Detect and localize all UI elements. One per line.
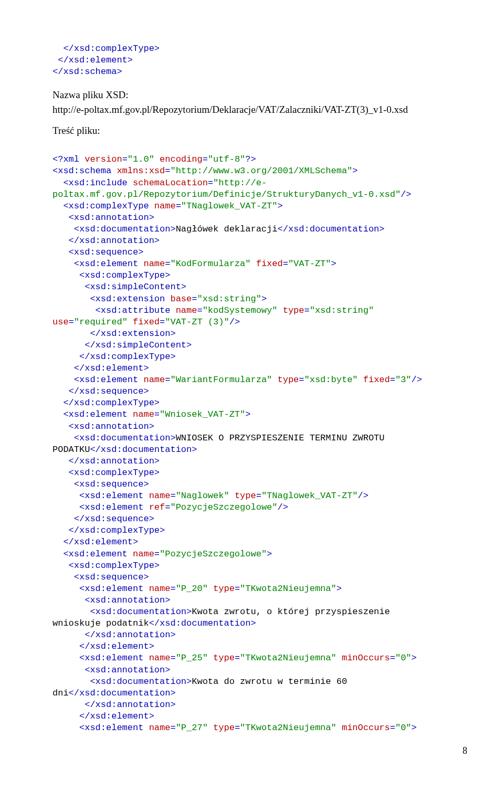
- code-frag: name: [133, 549, 154, 559]
- code-frag: "0": [395, 723, 412, 733]
- code-frag: <xsd:element: [52, 502, 149, 512]
- code-frag: schemaLocation: [133, 178, 208, 188]
- code-frag: name: [149, 491, 171, 501]
- code-frag: >: [261, 294, 267, 304]
- code-line: </xsd:element>: [52, 55, 133, 65]
- code-frag: <xsd:annotation>: [52, 665, 170, 675]
- code-frag: >: [278, 201, 283, 211]
- code-frag: =: [203, 154, 208, 164]
- code-frag: Kwota zwrotu, o której przyspieszenie: [192, 607, 390, 617]
- code-frag: PODATKU: [52, 445, 90, 455]
- code-frag: use: [52, 317, 69, 327]
- code-frag: "P_27": [176, 723, 208, 733]
- code-frag: >: [337, 584, 342, 594]
- code-frag: >: [331, 259, 337, 269]
- code-frag: name: [149, 653, 171, 663]
- code-frag: "TNaglowek_VAT-ZT": [181, 201, 278, 211]
- code-frag: <xsd:sequence>: [52, 247, 143, 257]
- code-frag: "TNaglowek_VAT-ZT": [261, 491, 358, 501]
- code-frag: "3": [395, 375, 412, 385]
- code-frag: <xsd:sequence>: [52, 479, 149, 489]
- code-frag: name: [143, 259, 165, 269]
- code-frag: Kwota do zwrotu w terminie 60: [192, 677, 347, 687]
- code-frag: "xsd:string": [197, 294, 261, 304]
- code-frag: <xsd:element: [52, 549, 133, 559]
- code-frag: "TKwota2Nieujemna": [240, 653, 337, 663]
- code-frag: </xsd:annotation>: [52, 236, 160, 246]
- code-frag: <xsd:annotation>: [52, 595, 170, 605]
- code-frag: <xsd:annotation>: [52, 213, 154, 223]
- code-frag: name: [154, 201, 176, 211]
- code-frag: =: [170, 723, 175, 733]
- code-frag: "utf-8": [208, 154, 245, 164]
- code-frag: >: [352, 166, 358, 176]
- code-frag: =: [235, 723, 240, 733]
- code-frag: type: [277, 305, 304, 315]
- code-frag: <xsd:element: [52, 375, 143, 385]
- code-frag: =: [208, 178, 213, 188]
- code-frag: =: [165, 166, 170, 176]
- closing-tags-block: </xsd:complexType> </xsd:element> </xsd:…: [52, 31, 467, 78]
- code-frag: <xsd:schema: [52, 166, 117, 176]
- code-frag: />: [278, 502, 288, 512]
- code-frag: >: [412, 653, 417, 663]
- code-frag: />: [229, 317, 240, 327]
- code-frag: </xsd:complexType>: [52, 398, 160, 408]
- code-line: </xsd:schema>: [52, 67, 122, 77]
- code-frag: </xsd:annotation>: [52, 456, 160, 466]
- code-frag: <xsd:extension: [52, 294, 170, 304]
- page-number: 8: [52, 744, 467, 757]
- code-frag: name: [176, 305, 197, 315]
- code-frag: =: [165, 502, 170, 512]
- code-frag: =: [160, 317, 165, 327]
- code-frag: =: [235, 584, 240, 594]
- code-frag: "http://e-: [213, 178, 267, 188]
- code-frag: encoding: [154, 154, 203, 164]
- code-frag: "P_20": [176, 584, 208, 594]
- code-frag: <xsd:complexType>: [52, 561, 160, 571]
- code-frag: "P_25": [176, 653, 208, 663]
- code-block: <?xml version="1.0" encoding="utf-8"?> <…: [52, 142, 467, 734]
- code-frag: "xsd:byte": [304, 375, 358, 385]
- code-frag: <xsd:element: [52, 584, 149, 594]
- code-frag: </xsd:element>: [52, 363, 149, 373]
- code-frag: <xsd:element: [52, 491, 149, 501]
- code-frag: <xsd:complexType>: [52, 468, 160, 478]
- nazwa-pliku-url: http://e-poltax.mf.gov.pl/Repozytorium/D…: [52, 103, 467, 117]
- code-frag: <xsd:annotation>: [52, 421, 154, 431]
- code-frag: dni: [52, 688, 69, 698]
- code-frag: >: [412, 723, 417, 733]
- code-frag: >: [267, 549, 272, 559]
- code-frag: <xsd:documentation>: [52, 607, 192, 617]
- code-frag: =: [170, 653, 175, 663]
- code-frag: =: [192, 294, 197, 304]
- code-frag: "VAT-ZT": [288, 259, 331, 269]
- code-frag: <xsd:attribute: [52, 305, 176, 315]
- code-frag: "0": [395, 653, 412, 663]
- code-frag: <xsd:sequence>: [52, 572, 149, 582]
- code-frag: type: [208, 584, 235, 594]
- code-frag: </xsd:documentation>: [277, 224, 384, 234]
- code-frag: ref: [149, 502, 165, 512]
- code-frag: name: [149, 723, 171, 733]
- code-frag: type: [272, 375, 299, 385]
- code-frag: =: [197, 305, 202, 315]
- code-frag: type: [208, 653, 235, 663]
- code-frag: <xsd:documentation>: [52, 433, 176, 443]
- code-frag: />: [412, 375, 422, 385]
- code-frag: />: [401, 189, 411, 199]
- code-frag: poltax.mf.gov.pl/Repozytorium/Definicje/…: [52, 189, 401, 199]
- code-frag: "TKwota2Nieujemna": [240, 584, 337, 594]
- code-frag: "Naglowek": [176, 491, 229, 501]
- code-frag: <xsd:element: [52, 723, 149, 733]
- code-frag: Nagłówek deklaracji: [176, 224, 278, 234]
- code-frag: =: [170, 491, 175, 501]
- code-frag: </xsd:sequence>: [52, 514, 154, 524]
- code-frag: </xsd:documentation>: [149, 618, 256, 628]
- code-frag: "PozycjeSzczegolowe": [170, 502, 277, 512]
- code-frag: <xsd:complexType>: [52, 270, 170, 280]
- code-frag: wnioskuje podatnik: [52, 618, 149, 628]
- code-frag: =: [299, 375, 304, 385]
- code-frag: </xsd:element>: [52, 641, 154, 651]
- code-frag: />: [358, 491, 369, 501]
